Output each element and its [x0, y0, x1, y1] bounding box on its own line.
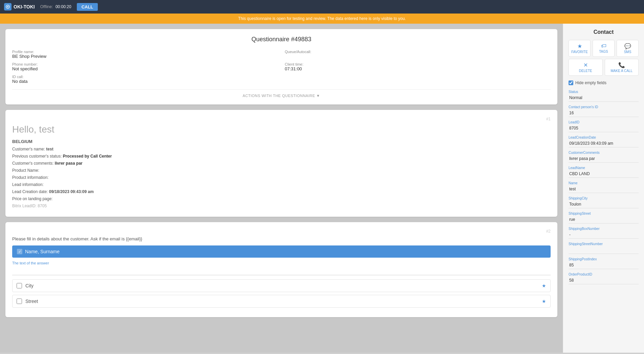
comments-label: Customer's comments: [12, 161, 53, 166]
contact-field-leadid: LeadID [569, 120, 639, 132]
contact-field-label: OrderProductID [569, 273, 639, 276]
product-info-row: Product information: [12, 174, 551, 181]
hide-empty-fields-row: Hide empty fields [569, 80, 639, 85]
contact-field-leadcreationdate: LeadCreationDate [569, 136, 639, 147]
sms-button[interactable]: 💬 SMS [617, 40, 639, 57]
favorite-button[interactable]: ★ FAVORITE [569, 40, 591, 57]
customer-name-value: test [46, 147, 53, 151]
street-checkbox[interactable] [17, 299, 22, 304]
questionnaire-grid: Profile name: BE Shop Preview Queue/Auto… [12, 50, 551, 84]
contact-field-input[interactable] [569, 231, 639, 239]
contact-panel: Contact ★ FAVORITE 🏷 TAGS 💬 SMS ✕ DELETE… [563, 24, 644, 353]
questionnaire-card: Questionnaire #49883 Profile name: BE Sh… [5, 29, 557, 104]
lead-date-row: Lead Creation date: 09/18/2023 09:43:09 … [12, 189, 551, 195]
form-card: #2 Please fill in details about the cust… [5, 222, 557, 317]
contact-actions-row2: ✕ DELETE 📞 MAKE A CALL [569, 59, 639, 76]
left-panel: Questionnaire #49883 Profile name: BE Sh… [0, 24, 563, 353]
bitrix-lead-row: Bitrix LeadID: 8705 [12, 203, 551, 209]
hide-empty-label[interactable]: Hide empty fields [575, 80, 606, 85]
bitrix-lead-value: Bitrix LeadID: 8705 [12, 204, 47, 208]
sms-icon: 💬 [624, 43, 631, 49]
lead-date-label: Lead Creation date: [12, 189, 48, 194]
product-name-label: Product Name: [12, 168, 39, 173]
phone-value: Not specified [12, 66, 278, 71]
street-checkbox-item: Street ★ [12, 295, 551, 308]
contact-field-label: LeadName [569, 166, 639, 170]
phone-block: Phone number: Not specified [12, 62, 278, 71]
name-surname-button[interactable]: ✓ Name, Surname [12, 245, 551, 258]
contact-field-input[interactable] [569, 109, 639, 117]
text-answer-input[interactable] [12, 266, 551, 275]
contact-field-name: Name [569, 181, 639, 193]
logo: OKI-TOKI [4, 3, 35, 10]
form-instruction: Please fill in details about the custome… [12, 236, 551, 241]
contact-field-label: ShippingStreet [569, 212, 639, 215]
city-checkbox[interactable] [17, 283, 22, 288]
contact-field-input[interactable] [569, 261, 639, 269]
contact-field-input[interactable] [569, 277, 639, 284]
hide-empty-checkbox[interactable] [569, 80, 573, 85]
star-icon-2: ★ [542, 299, 546, 304]
contact-field-label: ShippingCity [569, 196, 639, 200]
client-time-label: Client time: [285, 62, 551, 66]
star-icon: ★ [542, 283, 546, 288]
phone-icon: 📞 [618, 62, 625, 68]
timer: 00:00:20 [55, 4, 71, 9]
actions-label: ACTIONS WITH THE QUESTIONNAIRE [243, 94, 315, 98]
contact-field-input[interactable] [569, 216, 639, 223]
client-time-value: 07:31:00 [285, 66, 551, 71]
contact-field-label: Status [569, 90, 639, 94]
street-label[interactable]: Street [25, 299, 538, 304]
contact-field-label: ShippingPostIndex [569, 257, 639, 261]
form-card-number: #2 [12, 229, 551, 234]
lead-date-value: 09/18/2023 09:43:09 am [49, 189, 94, 194]
country-label: BELGIUM [12, 139, 551, 144]
comments-value: livrer pasa par [55, 161, 83, 166]
logo-text: OKI-TOKI [14, 4, 35, 9]
contact-field-input[interactable] [569, 246, 639, 254]
contact-field-shippingstreet: ShippingStreet [569, 212, 639, 223]
favorite-label: FAVORITE [571, 50, 588, 54]
tags-label: TAGS [599, 50, 608, 53]
contact-field-shippingcity: ShippingCity [569, 196, 639, 208]
profile-name-label: Profile name: [12, 50, 278, 54]
questionnaire-actions[interactable]: ACTIONS WITH THE QUESTIONNAIRE ▼ [12, 89, 551, 98]
svg-point-1 [7, 6, 8, 7]
tags-button[interactable]: 🏷 TAGS [593, 40, 615, 57]
text-answer-label: The text of the answer [12, 261, 551, 265]
contact-field-contact-person's-id: Contact person's ID [569, 105, 639, 117]
star-icon: ★ [577, 43, 582, 49]
client-time-block: Client time: 07:31:00 [285, 62, 551, 71]
contact-field-shippingstreetnumber: ShippingStreetNumber [569, 242, 639, 254]
hello-card-number: #1 [12, 117, 551, 121]
profile-name-value: BE Shop Preview [12, 54, 278, 59]
info-banner: This questionnaire is open for testing a… [0, 14, 644, 24]
delete-icon: ✕ [583, 62, 588, 68]
product-name-row: Product Name: [12, 167, 551, 173]
id-call-block: ID call: No data [12, 75, 278, 84]
contact-field-label: LeadCreationDate [569, 136, 639, 139]
contact-field-input[interactable] [569, 124, 639, 132]
contact-field-orderproductid: OrderProductID [569, 273, 639, 284]
navbar: OKI-TOKI Offline: 00:00:20 CALL [0, 0, 644, 14]
delete-button[interactable]: ✕ DELETE [569, 59, 603, 76]
contact-title: Contact [569, 29, 639, 35]
contact-field-input[interactable] [569, 140, 639, 147]
make-call-button[interactable]: 📞 MAKE A CALL [605, 59, 639, 76]
delete-label: DELETE [579, 69, 592, 73]
offline-label: Offline: [40, 4, 53, 9]
call-button[interactable]: CALL [77, 3, 98, 11]
contact-field-input[interactable] [569, 155, 639, 163]
contact-field-input[interactable] [569, 170, 639, 178]
contact-field-input[interactable] [569, 94, 639, 102]
lead-info-row: Lead information: [12, 182, 551, 188]
prev-status-label: Previous customer's status: [12, 154, 62, 159]
contact-field-label: ShippingStreetNumber [569, 242, 639, 246]
questionnaire-title: Questionnaire #49883 [12, 36, 551, 43]
city-label[interactable]: City [25, 283, 538, 288]
sms-label: SMS [624, 50, 631, 54]
customer-name-row: Customer's name: test [12, 146, 551, 152]
contact-field-customercomments: CustomerComments [569, 151, 639, 163]
contact-field-input[interactable] [569, 185, 639, 193]
contact-field-input[interactable] [569, 200, 639, 208]
